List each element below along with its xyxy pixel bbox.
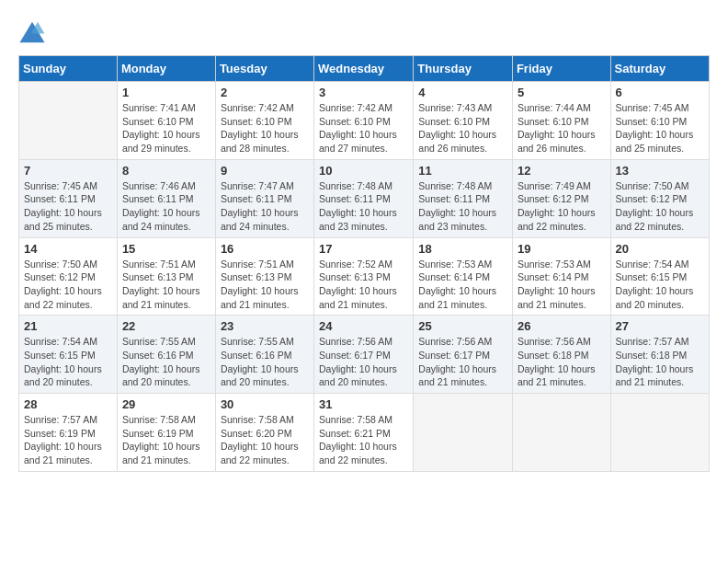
day-cell: 3Sunrise: 7:42 AM Sunset: 6:10 PM Daylig…	[314, 82, 414, 160]
day-number: 3	[319, 86, 408, 99]
day-number: 1	[122, 86, 210, 99]
day-info: Sunrise: 7:42 AM Sunset: 6:10 PM Dayligh…	[221, 101, 309, 155]
day-cell	[19, 82, 118, 160]
day-number: 31	[319, 397, 408, 411]
day-cell: 25Sunrise: 7:56 AM Sunset: 6:17 PM Dayli…	[414, 316, 513, 394]
day-info: Sunrise: 7:54 AM Sunset: 6:15 PM Dayligh…	[24, 335, 112, 389]
day-info: Sunrise: 7:55 AM Sunset: 6:16 PM Dayligh…	[122, 335, 210, 389]
day-cell: 19Sunrise: 7:53 AM Sunset: 6:14 PM Dayli…	[512, 237, 610, 316]
day-number: 20	[616, 242, 704, 256]
day-header-tuesday: Tuesday	[215, 56, 313, 82]
day-cell: 4Sunrise: 7:43 AM Sunset: 6:10 PM Daylig…	[414, 82, 513, 160]
day-info: Sunrise: 7:45 AM Sunset: 6:10 PM Dayligh…	[616, 101, 704, 155]
day-info: Sunrise: 7:58 AM Sunset: 6:20 PM Dayligh…	[221, 413, 309, 467]
day-cell: 6Sunrise: 7:45 AM Sunset: 6:10 PM Daylig…	[610, 82, 709, 160]
day-info: Sunrise: 7:46 AM Sunset: 6:11 PM Dayligh…	[122, 179, 210, 234]
day-info: Sunrise: 7:57 AM Sunset: 6:19 PM Dayligh…	[24, 413, 112, 467]
day-number: 12	[518, 164, 606, 178]
day-info: Sunrise: 7:48 AM Sunset: 6:11 PM Dayligh…	[418, 179, 507, 234]
day-number: 11	[418, 164, 507, 178]
calendar: SundayMondayTuesdayWednesdayThursdayFrid…	[18, 55, 710, 472]
week-row-3: 14Sunrise: 7:50 AM Sunset: 6:12 PM Dayli…	[19, 237, 710, 316]
day-info: Sunrise: 7:43 AM Sunset: 6:10 PM Dayligh…	[418, 101, 507, 155]
week-row-4: 21Sunrise: 7:54 AM Sunset: 6:15 PM Dayli…	[19, 316, 710, 394]
logo	[18, 18, 50, 46]
day-number: 30	[221, 397, 309, 411]
day-number: 17	[319, 242, 408, 256]
day-number: 15	[122, 242, 210, 256]
day-number: 8	[122, 164, 210, 178]
day-info: Sunrise: 7:49 AM Sunset: 6:12 PM Dayligh…	[518, 179, 606, 234]
day-info: Sunrise: 7:57 AM Sunset: 6:18 PM Dayligh…	[616, 335, 704, 389]
day-info: Sunrise: 7:47 AM Sunset: 6:11 PM Dayligh…	[221, 179, 309, 234]
day-cell: 22Sunrise: 7:55 AM Sunset: 6:16 PM Dayli…	[117, 316, 215, 394]
logo-icon	[18, 18, 46, 46]
day-cell: 30Sunrise: 7:58 AM Sunset: 6:20 PM Dayli…	[215, 394, 313, 472]
day-cell: 18Sunrise: 7:53 AM Sunset: 6:14 PM Dayli…	[414, 237, 513, 316]
day-number: 27	[616, 319, 704, 333]
day-info: Sunrise: 7:58 AM Sunset: 6:21 PM Dayligh…	[319, 413, 408, 467]
day-cell: 20Sunrise: 7:54 AM Sunset: 6:15 PM Dayli…	[610, 237, 709, 316]
day-number: 22	[122, 319, 210, 333]
day-number: 24	[319, 319, 408, 333]
week-row-1: 1Sunrise: 7:41 AM Sunset: 6:10 PM Daylig…	[19, 82, 710, 160]
day-number: 14	[24, 242, 112, 256]
day-info: Sunrise: 7:56 AM Sunset: 6:17 PM Dayligh…	[319, 335, 408, 389]
day-cell: 17Sunrise: 7:52 AM Sunset: 6:13 PM Dayli…	[314, 237, 414, 316]
day-number: 19	[518, 242, 606, 256]
week-row-2: 7Sunrise: 7:45 AM Sunset: 6:11 PM Daylig…	[19, 159, 710, 237]
day-header-wednesday: Wednesday	[314, 56, 414, 82]
day-info: Sunrise: 7:41 AM Sunset: 6:10 PM Dayligh…	[122, 101, 210, 155]
day-cell: 7Sunrise: 7:45 AM Sunset: 6:11 PM Daylig…	[19, 159, 118, 237]
day-number: 29	[122, 397, 210, 411]
day-cell	[610, 394, 709, 472]
day-number: 2	[221, 86, 309, 99]
day-cell: 14Sunrise: 7:50 AM Sunset: 6:12 PM Dayli…	[19, 237, 118, 316]
day-number: 26	[518, 319, 606, 333]
day-info: Sunrise: 7:48 AM Sunset: 6:11 PM Dayligh…	[319, 179, 408, 234]
day-cell	[512, 394, 610, 472]
day-cell: 11Sunrise: 7:48 AM Sunset: 6:11 PM Dayli…	[414, 159, 513, 237]
day-cell: 16Sunrise: 7:51 AM Sunset: 6:13 PM Dayli…	[215, 237, 313, 316]
day-header-sunday: Sunday	[19, 56, 118, 82]
day-info: Sunrise: 7:58 AM Sunset: 6:19 PM Dayligh…	[122, 413, 210, 467]
day-info: Sunrise: 7:53 AM Sunset: 6:14 PM Dayligh…	[418, 258, 507, 312]
day-cell: 26Sunrise: 7:56 AM Sunset: 6:18 PM Dayli…	[512, 316, 610, 394]
day-info: Sunrise: 7:50 AM Sunset: 6:12 PM Dayligh…	[616, 179, 704, 234]
day-number: 5	[518, 86, 606, 99]
day-number: 6	[616, 86, 704, 99]
day-cell: 21Sunrise: 7:54 AM Sunset: 6:15 PM Dayli…	[19, 316, 118, 394]
day-number: 25	[418, 319, 507, 333]
day-info: Sunrise: 7:52 AM Sunset: 6:13 PM Dayligh…	[319, 258, 408, 312]
day-info: Sunrise: 7:45 AM Sunset: 6:11 PM Dayligh…	[24, 179, 112, 234]
day-cell: 28Sunrise: 7:57 AM Sunset: 6:19 PM Dayli…	[19, 394, 118, 472]
day-cell: 27Sunrise: 7:57 AM Sunset: 6:18 PM Dayli…	[610, 316, 709, 394]
day-info: Sunrise: 7:51 AM Sunset: 6:13 PM Dayligh…	[122, 258, 210, 312]
day-cell: 31Sunrise: 7:58 AM Sunset: 6:21 PM Dayli…	[314, 394, 414, 472]
day-cell: 24Sunrise: 7:56 AM Sunset: 6:17 PM Dayli…	[314, 316, 414, 394]
day-cell: 15Sunrise: 7:51 AM Sunset: 6:13 PM Dayli…	[117, 237, 215, 316]
day-number: 28	[24, 397, 112, 411]
day-info: Sunrise: 7:50 AM Sunset: 6:12 PM Dayligh…	[24, 258, 112, 312]
day-cell: 13Sunrise: 7:50 AM Sunset: 6:12 PM Dayli…	[610, 159, 709, 237]
day-cell	[414, 394, 513, 472]
day-header-thursday: Thursday	[414, 56, 513, 82]
day-info: Sunrise: 7:51 AM Sunset: 6:13 PM Dayligh…	[221, 258, 309, 312]
day-number: 7	[24, 164, 112, 178]
day-number: 21	[24, 319, 112, 333]
day-info: Sunrise: 7:55 AM Sunset: 6:16 PM Dayligh…	[221, 335, 309, 389]
day-info: Sunrise: 7:42 AM Sunset: 6:10 PM Dayligh…	[319, 101, 408, 155]
day-number: 10	[319, 164, 408, 178]
day-number: 9	[221, 164, 309, 178]
day-header-monday: Monday	[117, 56, 215, 82]
day-info: Sunrise: 7:53 AM Sunset: 6:14 PM Dayligh…	[518, 258, 606, 312]
day-number: 18	[418, 242, 507, 256]
day-cell: 10Sunrise: 7:48 AM Sunset: 6:11 PM Dayli…	[314, 159, 414, 237]
day-number: 23	[221, 319, 309, 333]
day-cell: 5Sunrise: 7:44 AM Sunset: 6:10 PM Daylig…	[512, 82, 610, 160]
day-info: Sunrise: 7:56 AM Sunset: 6:18 PM Dayligh…	[518, 335, 606, 389]
day-header-saturday: Saturday	[610, 56, 709, 82]
day-cell: 29Sunrise: 7:58 AM Sunset: 6:19 PM Dayli…	[117, 394, 215, 472]
day-info: Sunrise: 7:54 AM Sunset: 6:15 PM Dayligh…	[616, 258, 704, 312]
day-number: 13	[616, 164, 704, 178]
